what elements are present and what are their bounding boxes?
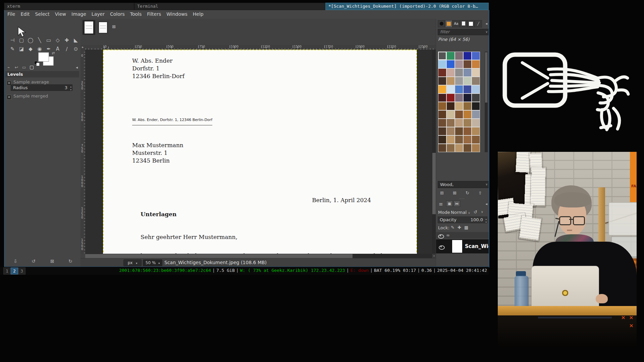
tool-align-icon[interactable]: ⊣: [8, 36, 17, 44]
tool-warp-icon[interactable]: ✚: [62, 36, 71, 44]
pattern-swatch[interactable]: [438, 119, 446, 127]
layer-thumbnail[interactable]: [452, 240, 462, 253]
pattern-swatch[interactable]: [455, 102, 463, 110]
pattern-swatch[interactable]: [463, 144, 472, 152]
zoom-dropdown[interactable]: 50 % ▾: [143, 259, 162, 266]
pattern-swatch[interactable]: [455, 144, 463, 152]
sample-merged-checkbox[interactable]: ✕Sample merged: [7, 93, 48, 100]
device-status-icon[interactable]: ▭: [22, 65, 26, 70]
layer-name[interactable]: Scan_Wic: [465, 243, 489, 249]
pattern-swatch[interactable]: [472, 135, 480, 144]
tool-paintbrush-icon[interactable]: ✎: [8, 45, 17, 53]
window-title-gimp-active[interactable]: *[Scan_Wichtiges_Dokument] (imported)-2.…: [325, 3, 489, 10]
pattern-swatch[interactable]: [463, 110, 472, 119]
document-page[interactable]: W. Abs. Ender Dorfstr. 1 12346 Berlin-Do…: [103, 50, 417, 254]
pattern-swatch[interactable]: [438, 135, 446, 144]
foreground-color-swatch[interactable]: [38, 52, 49, 62]
pattern-swatch[interactable]: [455, 135, 463, 144]
pattern-swatch[interactable]: [446, 119, 455, 127]
duplicate-icon[interactable]: ⊞: [440, 190, 444, 195]
dock-expander-icon[interactable]: ◂: [485, 202, 487, 206]
pattern-swatch[interactable]: [463, 68, 472, 77]
menu-image[interactable]: Image: [71, 10, 87, 18]
spinner-down-icon[interactable]: ▾: [70, 87, 71, 93]
workspace-button-1[interactable]: 1: [3, 267, 11, 275]
pattern-swatch[interactable]: [472, 85, 480, 94]
tool-smudge-icon[interactable]: ◉: [35, 45, 44, 53]
pattern-swatch[interactable]: [438, 52, 446, 60]
fonts-tab-icon[interactable]: Aa: [452, 20, 460, 27]
pattern-swatch[interactable]: [463, 94, 472, 102]
menu-layer[interactable]: Layer: [91, 10, 105, 18]
tool-fuzzy-select-icon[interactable]: ╲: [35, 36, 44, 44]
pattern-swatch[interactable]: [438, 68, 446, 77]
tool-bucket-fill-icon[interactable]: ◣: [71, 36, 80, 44]
pattern-swatch[interactable]: [455, 68, 463, 77]
lock-pixels-icon[interactable]: ✎: [451, 225, 454, 230]
ruler-corner-icon[interactable]: ▶: [80, 45, 85, 50]
menu-help[interactable]: Help: [192, 10, 204, 18]
workspace-button-3[interactable]: 3: [18, 267, 25, 275]
pattern-swatch[interactable]: [455, 127, 463, 135]
pattern-swatch[interactable]: [438, 77, 446, 85]
dock-expander-icon[interactable]: ◂: [76, 65, 78, 70]
window-title-terminal[interactable]: Terminal: [134, 3, 325, 10]
radius-input[interactable]: Radius 3 ▴ ▾: [11, 84, 72, 91]
horizontal-scrollbar[interactable]: [85, 254, 432, 258]
pattern-swatch[interactable]: [472, 68, 480, 77]
pattern-swatch[interactable]: [463, 85, 472, 94]
dock-tab-icon[interactable]: ▢: [30, 64, 34, 70]
image-tab[interactable]: [97, 21, 109, 34]
pattern-swatch[interactable]: [472, 110, 480, 119]
tool-crop-icon[interactable]: ▭: [44, 36, 53, 44]
delete-icon[interactable]: ⊠: [453, 190, 457, 195]
pattern-swatch[interactable]: [438, 127, 446, 135]
pattern-swatch[interactable]: [438, 110, 446, 119]
pattern-swatch[interactable]: [472, 77, 480, 85]
delete-tool-preset-icon[interactable]: ⊠: [50, 258, 54, 264]
pattern-swatch[interactable]: [463, 60, 472, 68]
pattern-swatch[interactable]: [446, 102, 455, 110]
tool-clone-icon[interactable]: ◆: [26, 45, 35, 53]
horizontal-scrollbar-thumb[interactable]: [85, 254, 353, 258]
menu-view[interactable]: View: [54, 10, 67, 18]
pattern-swatch[interactable]: [463, 127, 472, 135]
pattern-swatch[interactable]: [446, 135, 455, 144]
menu-filters[interactable]: Filters: [146, 10, 162, 18]
pattern-swatch[interactable]: [472, 144, 480, 152]
pattern-swatch[interactable]: [446, 127, 455, 135]
pattern-filter-input[interactable]: filter ∨: [438, 29, 489, 35]
pattern-swatch[interactable]: [455, 94, 463, 102]
pattern-swatch[interactable]: [455, 119, 463, 127]
pattern-swatch[interactable]: [463, 102, 472, 110]
palettes-tab-icon[interactable]: [467, 20, 475, 27]
pattern-swatch[interactable]: [438, 94, 446, 102]
pattern-swatch[interactable]: [472, 127, 480, 135]
workspace-button-2[interactable]: 2: [11, 267, 18, 275]
pattern-swatch[interactable]: [446, 68, 455, 77]
pattern-swatch[interactable]: [446, 85, 455, 94]
menu-windows[interactable]: Windows: [166, 10, 188, 18]
pattern-swatch[interactable]: [472, 102, 480, 110]
undo-history-icon[interactable]: ↩: [15, 65, 18, 70]
save-tool-preset-icon[interactable]: ⇩: [13, 258, 17, 264]
pattern-scrollbar-thumb[interactable]: [485, 52, 487, 103]
export-icon[interactable]: ⇧: [478, 190, 482, 195]
pattern-swatch[interactable]: [455, 52, 463, 60]
close-image-icon[interactable]: ⊠: [112, 24, 116, 29]
pattern-swatch[interactable]: [446, 60, 455, 68]
tool-free-select-icon[interactable]: ◯: [26, 36, 35, 44]
paths-tab-icon[interactable]: ⋈: [453, 200, 460, 207]
pattern-swatch[interactable]: [438, 102, 446, 110]
pattern-swatch[interactable]: [472, 52, 480, 60]
pattern-swatch[interactable]: [455, 77, 463, 85]
mode-reset-icon[interactable]: ↺: [474, 209, 477, 215]
default-colors-icon[interactable]: [36, 63, 40, 66]
menu-tools[interactable]: Tools: [129, 10, 143, 18]
document-history-tab-icon[interactable]: [460, 20, 467, 27]
link-header-icon[interactable]: ∞: [446, 233, 450, 238]
reset-tool-preset-icon[interactable]: ↻: [68, 258, 72, 264]
refresh-icon[interactable]: ↻: [466, 190, 469, 195]
pattern-swatch[interactable]: [438, 144, 446, 152]
tool-zoom-icon[interactable]: ⊙: [71, 45, 80, 53]
